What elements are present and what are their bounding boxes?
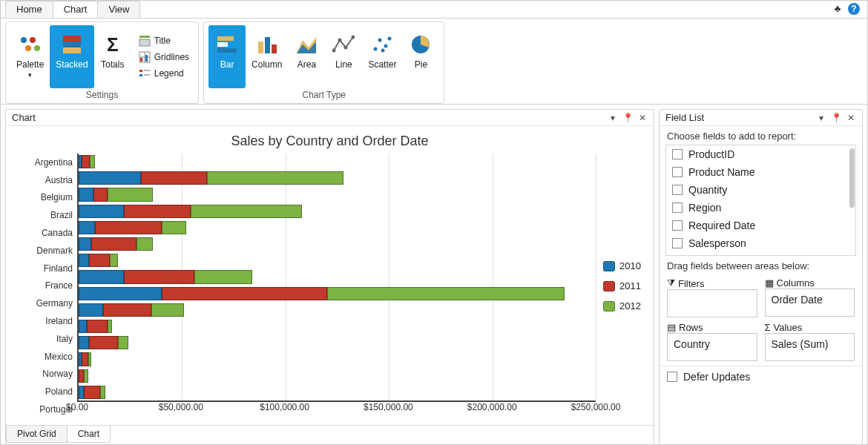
bar-segment: [79, 237, 91, 251]
pie-icon: [409, 33, 433, 56]
tab-home[interactable]: Home: [5, 1, 53, 18]
bar-segment: [91, 237, 137, 251]
close-icon[interactable]: ✕: [637, 113, 648, 123]
fieldlist-header: Field List ▾ 📍 ✕: [660, 110, 862, 126]
heart-icon[interactable]: ♣: [832, 3, 844, 15]
charttype-pie-button[interactable]: Pie: [402, 25, 439, 88]
charttype-bar-button[interactable]: Bar: [208, 25, 246, 88]
charttype-scatter-button[interactable]: Scatter: [362, 25, 402, 88]
ribbon-group-charttype: Bar Column Area Line Scatter Pie: [203, 22, 444, 104]
totals-button[interactable]: Σ Totals: [94, 25, 131, 88]
dropdown-icon[interactable]: ▾: [608, 113, 618, 123]
bar-segment: [137, 237, 153, 251]
chart-plot: [77, 154, 596, 402]
bar-segment: [79, 205, 124, 218]
field-row[interactable]: Product Name: [666, 163, 855, 181]
fieldlist-choose-label: Choose fields to add to report:: [660, 126, 862, 145]
stacked-button[interactable]: Stacked: [50, 25, 93, 88]
legend-item: 2010: [603, 260, 643, 271]
palette-button[interactable]: Palette ▾: [10, 25, 50, 88]
svg-rect-6: [63, 47, 81, 53]
bottom-tab-pivotgrid[interactable]: Pivot Grid: [6, 426, 68, 443]
svg-point-2: [25, 45, 31, 51]
field-checkbox[interactable]: [672, 167, 683, 177]
x-tick: $50,000.00: [159, 402, 203, 412]
defer-updates-row[interactable]: Defer Updates: [660, 366, 862, 387]
field-checkbox[interactable]: [672, 149, 683, 159]
line-icon: [332, 33, 355, 56]
area-filters-label: ⧩Filters: [667, 277, 757, 289]
fieldlist-fields[interactable]: ProductIDProduct NameQuantityRegionRequi…: [665, 145, 856, 256]
palette-icon: [19, 33, 42, 56]
x-tick: $250,000.00: [571, 402, 621, 412]
caret-down-icon: ▾: [28, 71, 32, 79]
svg-rect-4: [63, 36, 81, 42]
bar-segment: [141, 171, 207, 185]
bar-segment: [79, 270, 124, 283]
group-caption-charttype: Chart Type: [208, 88, 439, 102]
pie-label: Pie: [415, 59, 427, 70]
area-rows-box[interactable]: Country: [667, 333, 757, 361]
settings-mini-column: Title Gridlines Legend: [134, 25, 194, 88]
chart-pane-header: Chart ▾ 📍 ✕: [6, 110, 654, 126]
gridlines-toggle[interactable]: Gridlines: [134, 50, 194, 65]
tab-chart[interactable]: Chart: [53, 1, 99, 18]
scatter-label: Scatter: [368, 59, 396, 70]
legend-label: 2011: [619, 280, 641, 291]
charttype-line-button[interactable]: Line: [325, 25, 362, 88]
legend-swatch: [603, 261, 615, 271]
title-toggle-label: Title: [154, 36, 171, 46]
y-category-label: France: [45, 280, 73, 291]
stacked-icon: [60, 33, 84, 56]
svg-point-33: [388, 37, 392, 41]
help-icon[interactable]: ?: [848, 3, 860, 15]
fieldlist-title: Field List: [665, 112, 704, 123]
area-filters-box[interactable]: [667, 289, 757, 317]
field-checkbox[interactable]: [672, 238, 683, 248]
area-columns-label: ▦Columns: [765, 277, 855, 289]
defer-checkbox[interactable]: [667, 372, 677, 382]
field-checkbox[interactable]: [672, 185, 683, 195]
charttype-column-button[interactable]: Column: [246, 25, 288, 88]
bar-segment: [89, 254, 110, 267]
title-toggle[interactable]: Title: [134, 33, 194, 48]
fieldlist-dropdown-icon[interactable]: ▾: [816, 113, 826, 123]
bar-segment: [124, 270, 194, 283]
filter-icon: ⧩: [667, 277, 675, 289]
tab-view[interactable]: View: [97, 1, 140, 18]
field-row[interactable]: Salesperson: [666, 234, 855, 252]
fieldlist-pin-icon[interactable]: 📍: [831, 113, 841, 123]
sigma-icon: Σ: [101, 33, 125, 56]
bar-segment: [84, 386, 100, 399]
chart-pane: Chart ▾ 📍 ✕ Sales by Country and Order D…: [5, 109, 654, 445]
bottom-tab-chart[interactable]: Chart: [67, 426, 111, 443]
bar-segment: [79, 221, 95, 234]
pin-icon[interactable]: 📍: [622, 113, 633, 123]
bar-segment: [79, 336, 89, 349]
field-checkbox[interactable]: [672, 220, 683, 231]
bar-segment: [93, 188, 108, 201]
charttype-area-button[interactable]: Area: [288, 25, 325, 88]
totals-label: Totals: [101, 59, 124, 70]
columns-icon: ▦: [765, 277, 774, 289]
y-category-label: Austria: [45, 175, 73, 185]
bar-segment: [95, 221, 161, 234]
svg-rect-13: [145, 55, 148, 62]
legend-item: 2011: [603, 280, 643, 291]
field-row[interactable]: Required Date: [666, 217, 855, 234]
fieldlist-close-icon[interactable]: ✕: [846, 113, 856, 123]
field-row[interactable]: ProductID: [666, 145, 855, 163]
area-columns-box[interactable]: Order Date: [765, 289, 855, 317]
field-row[interactable]: Quantity: [666, 181, 855, 199]
scrollbar-thumb[interactable]: [849, 148, 855, 208]
bar-segment: [82, 155, 90, 168]
svg-rect-21: [258, 42, 263, 53]
area-values-box[interactable]: Sales (Sum): [765, 333, 855, 361]
legend-toggle[interactable]: Legend: [134, 66, 194, 81]
field-checkbox[interactable]: [672, 202, 683, 213]
svg-point-0: [21, 37, 27, 43]
svg-point-27: [338, 39, 342, 42]
y-category-label: Italy: [56, 334, 73, 344]
field-row[interactable]: Region: [666, 199, 855, 217]
bar-segment: [108, 320, 112, 333]
